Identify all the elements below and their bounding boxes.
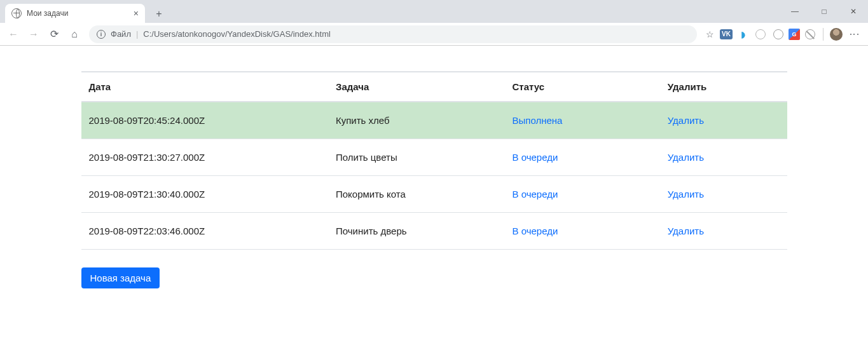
cell-task: Покормить кота	[328, 176, 505, 213]
table-row: 2019-08-09T20:45:24.000ZКупить хлебВыпол…	[81, 102, 787, 139]
minimize-button[interactable]: ―	[780, 2, 809, 21]
extensions: ☆ VK ◗ G ⋮	[702, 27, 864, 42]
back-button[interactable]: ←	[4, 25, 23, 44]
addr-url: C:/Users/atonkonogov/YandexDisk/GAS/inde…	[143, 29, 331, 39]
tab-strip: Мои задачи × + ― □ ✕	[0, 0, 868, 23]
yandex-ext-icon[interactable]	[753, 27, 768, 42]
page-body: Дата Задача Статус Удалить 2019-08-09T20…	[0, 46, 868, 288]
close-tab-icon[interactable]: ×	[134, 8, 139, 18]
table-row: 2019-08-09T21:30:27.000ZПолить цветыВ оч…	[81, 139, 787, 176]
info-icon[interactable]: i	[97, 30, 106, 39]
profile-avatar[interactable]	[829, 27, 844, 42]
tab-title: Мои задачи	[27, 9, 68, 18]
cell-task: Починить дверь	[328, 213, 505, 250]
browser-toolbar: ← → ⟳ ⌂ i Файл | C:/Users/atonkonogov/Ya…	[0, 23, 868, 46]
new-tab-button[interactable]: +	[150, 5, 168, 23]
table-header-row: Дата Задача Статус Удалить	[81, 72, 787, 102]
menu-button[interactable]: ⋮	[846, 27, 862, 42]
ext-icon-circle[interactable]	[771, 27, 786, 42]
translate-ext-icon[interactable]: G	[789, 29, 800, 40]
close-window-button[interactable]: ✕	[839, 2, 868, 21]
forward-button[interactable]: →	[24, 25, 43, 44]
whale-ext-icon[interactable]: ◗	[735, 27, 750, 42]
new-task-button[interactable]: Новая задача	[81, 267, 160, 288]
cell-date: 2019-08-09T21:30:27.000Z	[81, 139, 329, 176]
table-row: 2019-08-09T21:30:40.000ZПокормить котаВ …	[81, 176, 787, 213]
cell-task: Купить хлеб	[328, 102, 505, 139]
separator: |	[136, 29, 138, 39]
status-link[interactable]: В очереди	[513, 226, 558, 236]
status-link[interactable]: Выполнена	[513, 115, 563, 126]
window-controls: ― □ ✕	[780, 0, 868, 23]
col-task: Задача	[328, 72, 505, 102]
maximize-button[interactable]: □	[809, 2, 839, 21]
col-date: Дата	[81, 72, 329, 102]
globe-icon	[11, 8, 22, 18]
status-link[interactable]: В очереди	[513, 152, 558, 163]
col-delete: Удалить	[660, 72, 787, 102]
table-row: 2019-08-09T22:03:46.000ZПочинить дверьВ …	[81, 213, 787, 250]
status-link[interactable]: В очереди	[513, 189, 558, 199]
cell-date: 2019-08-09T20:45:24.000Z	[81, 102, 329, 139]
browser-tab[interactable]: Мои задачи ×	[5, 4, 145, 23]
reload-button[interactable]: ⟳	[45, 25, 64, 44]
separator	[823, 28, 823, 41]
address-bar[interactable]: i Файл | C:/Users/atonkonogov/YandexDisk…	[89, 25, 697, 43]
delete-link[interactable]: Удалить	[668, 226, 704, 236]
delete-link[interactable]: Удалить	[668, 152, 704, 163]
cell-date: 2019-08-09T22:03:46.000Z	[81, 213, 329, 250]
col-status: Статус	[505, 72, 660, 102]
cell-task: Полить цветы	[328, 139, 505, 176]
delete-link[interactable]: Удалить	[668, 189, 704, 199]
delete-link[interactable]: Удалить	[668, 115, 704, 126]
adblock-ext-icon[interactable]	[803, 27, 818, 42]
cell-date: 2019-08-09T21:30:40.000Z	[81, 176, 329, 213]
vk-ext-icon[interactable]: VK	[720, 29, 733, 39]
tasks-table: Дата Задача Статус Удалить 2019-08-09T20…	[81, 71, 787, 250]
addr-prefix: Файл	[111, 29, 131, 39]
home-button[interactable]: ⌂	[65, 25, 84, 44]
bookmark-star-icon[interactable]: ☆	[702, 27, 717, 42]
